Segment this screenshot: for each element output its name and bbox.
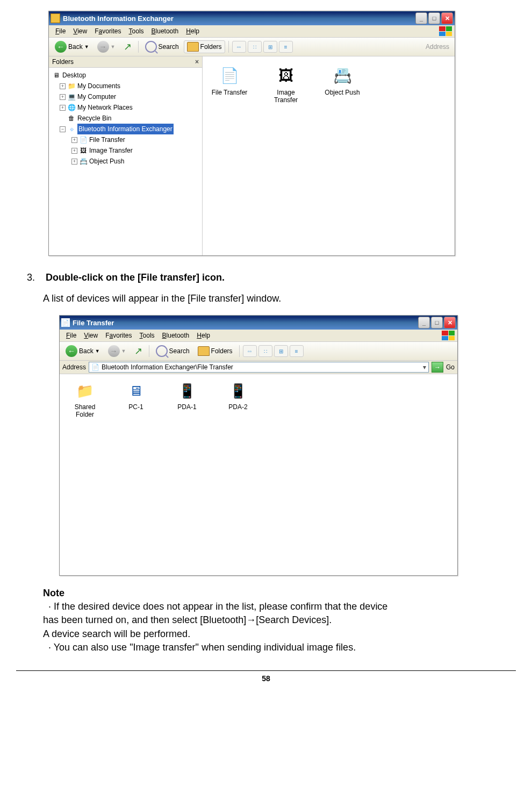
- view-button-1[interactable]: ▫▫: [232, 41, 246, 53]
- tree-my-computer[interactable]: My Computer: [77, 91, 116, 102]
- note-line-1: · If the desired device does not appear …: [43, 600, 516, 613]
- menubar: File View Favorites Tools Bluetooth Help: [60, 330, 457, 342]
- view-button-2[interactable]: ∷: [248, 41, 262, 53]
- expand-icon[interactable]: +: [71, 159, 77, 165]
- windows-logo-icon: [442, 331, 455, 340]
- menubar: File View Favorites Tools Bluetooth Help: [49, 25, 455, 38]
- search-button[interactable]: Search: [153, 344, 193, 359]
- close-button[interactable]: ✕: [441, 12, 453, 24]
- address-bar: Address 📄 Bluetooth Information Exchange…: [60, 361, 457, 374]
- up-button[interactable]: ↗: [120, 39, 135, 54]
- device-shared-folder[interactable]: 📁Shared Folder: [66, 381, 104, 418]
- tree-network-places[interactable]: My Network Places: [77, 102, 133, 113]
- go-button[interactable]: →: [432, 362, 443, 373]
- back-button[interactable]: ←Back ▼: [52, 39, 92, 54]
- go-label: Go: [446, 363, 455, 371]
- object-push-item[interactable]: 📇Object Push: [321, 65, 364, 96]
- titlebar[interactable]: Bluetooth Information Exchanger _ □ ✕: [49, 11, 455, 25]
- tree-file-transfer[interactable]: File Transfer: [89, 134, 125, 145]
- expand-icon[interactable]: +: [71, 148, 77, 154]
- titlebar[interactable]: 📄 File Transfer _ □ ✕: [60, 316, 457, 330]
- menu-favorites[interactable]: Favorites: [91, 27, 125, 35]
- app-icon: 📄: [61, 318, 70, 327]
- page-number: 58: [262, 674, 270, 683]
- toolbar: ←Back ▼ →▼ ↗ Search Folders ▫▫ ∷ ⊞ ≡: [60, 342, 457, 361]
- expand-icon[interactable]: +: [60, 83, 66, 89]
- minimize-button[interactable]: _: [415, 12, 427, 24]
- recycle-icon: 🗑: [67, 114, 76, 123]
- view-button-4[interactable]: ≡: [290, 345, 304, 357]
- folders-button[interactable]: Folders: [184, 40, 225, 53]
- folders-panel-title: Folders: [52, 58, 74, 66]
- forward-button[interactable]: →▼: [94, 39, 119, 54]
- menu-favorites[interactable]: Favorites: [102, 332, 135, 339]
- image-transfer-item[interactable]: 🖼Image Transfer: [264, 65, 307, 104]
- note-line-2: has been turned on, and then select [Blu…: [43, 613, 516, 627]
- back-button[interactable]: ←Back ▼: [62, 344, 103, 359]
- up-button[interactable]: ↗: [131, 344, 146, 359]
- search-icon: [145, 41, 157, 53]
- menu-tools[interactable]: Tools: [125, 27, 148, 35]
- note-title: Note: [43, 587, 516, 600]
- view-button-3[interactable]: ⊞: [274, 345, 288, 357]
- folders-panel: Folders× 🖥Desktop +📁My Documents +💻My Co…: [49, 56, 203, 255]
- folder-tree[interactable]: 🖥Desktop +📁My Documents +💻My Computer +🌐…: [49, 68, 202, 169]
- dropdown-icon[interactable]: ▾: [423, 363, 426, 371]
- tree-bluetooth-exchanger[interactable]: Bluetooth Information Exchanger: [77, 124, 174, 134]
- tree-desktop[interactable]: Desktop: [62, 70, 86, 81]
- note-line-3: A device search will be performed.: [43, 627, 516, 641]
- device-pda-1[interactable]: 📱PDA-1: [168, 381, 206, 411]
- note-section: Note · If the desired device does not ap…: [43, 587, 516, 654]
- view-button-1[interactable]: ▫▫: [243, 345, 257, 357]
- page-footer: 58: [16, 670, 516, 683]
- menu-view[interactable]: View: [69, 27, 91, 35]
- file-transfer-icon: 📄: [91, 363, 99, 371]
- computer-icon: 💻: [67, 92, 76, 101]
- expand-icon[interactable]: +: [60, 94, 66, 100]
- forward-button[interactable]: →▼: [105, 344, 130, 359]
- collapse-icon[interactable]: −: [60, 126, 66, 132]
- view-button-2[interactable]: ∷: [258, 345, 272, 357]
- pda-icon: 📱: [228, 381, 248, 401]
- close-button[interactable]: ✕: [444, 317, 456, 328]
- step-number: 3.: [27, 272, 43, 283]
- bluetooth-icon: ⟐: [67, 125, 76, 133]
- step-3: 3. Double-click on the [File transfer] i…: [16, 267, 516, 283]
- menu-bluetooth[interactable]: Bluetooth: [159, 332, 193, 339]
- minimize-button[interactable]: _: [418, 317, 430, 328]
- menu-help[interactable]: Help: [193, 332, 214, 339]
- menu-view[interactable]: View: [80, 332, 102, 339]
- maximize-button[interactable]: □: [428, 12, 440, 24]
- address-label: Address: [62, 363, 86, 371]
- tree-my-documents[interactable]: My Documents: [77, 81, 120, 91]
- search-button[interactable]: Search: [142, 39, 182, 54]
- address-input[interactable]: 📄 Bluetooth Information Exchanger\File T…: [89, 362, 429, 373]
- tree-recycle-bin[interactable]: Recycle Bin: [77, 113, 111, 124]
- menu-file[interactable]: File: [62, 332, 80, 339]
- maximize-button[interactable]: □: [431, 317, 443, 328]
- search-icon: [156, 345, 168, 357]
- view-button-3[interactable]: ⊞: [263, 41, 277, 53]
- view-button-4[interactable]: ≡: [279, 41, 293, 53]
- image-transfer-icon: 🖼: [275, 65, 297, 86]
- file-transfer-item[interactable]: 📄File Transfer: [208, 65, 251, 96]
- folder-icon: [187, 42, 199, 52]
- menu-bluetooth[interactable]: Bluetooth: [148, 27, 183, 35]
- tree-image-transfer[interactable]: Image Transfer: [89, 145, 133, 156]
- menu-tools[interactable]: Tools: [136, 332, 159, 339]
- menu-file[interactable]: File: [52, 27, 69, 35]
- device-pda-2[interactable]: 📱PDA-2: [219, 381, 257, 411]
- close-panel-button[interactable]: ×: [195, 58, 199, 66]
- expand-icon[interactable]: +: [60, 105, 66, 111]
- computer-icon: 🖥: [126, 381, 146, 401]
- app-icon: [51, 13, 60, 23]
- device-pc-1[interactable]: 🖥PC-1: [117, 381, 155, 411]
- folders-button[interactable]: Folders: [195, 345, 236, 358]
- folder-icon: 📁: [75, 381, 95, 401]
- expand-icon[interactable]: +: [71, 137, 77, 143]
- menu-help[interactable]: Help: [182, 27, 203, 35]
- tree-object-push[interactable]: Object Push: [89, 156, 124, 167]
- note-line-4: · You can also use "Image transfer" when…: [43, 641, 516, 654]
- image-transfer-icon: 🖼: [79, 146, 88, 155]
- object-push-icon: 📇: [79, 157, 88, 166]
